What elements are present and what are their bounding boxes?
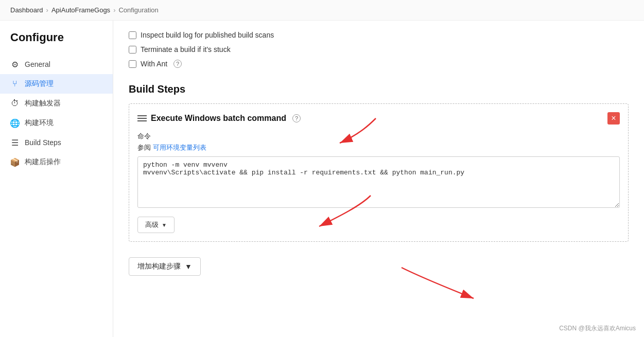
checkbox-inspect-log-label[interactable]: Inspect build log for published build sc… — [141, 31, 274, 39]
checkbox-terminate-stuck-input[interactable] — [129, 46, 136, 54]
advanced-button[interactable]: 高级 ▼ — [137, 217, 175, 233]
sidebar: Configure ⚙ General ⑂ 源码管理 ⏱ 构建触发器 🌐 构建环… — [0, 21, 113, 337]
checkbox-with-ant: With Ant ? — [129, 60, 629, 68]
build-steps-title: Build Steps — [129, 83, 629, 95]
add-step-label: 增加构建步骤 — [137, 262, 181, 271]
sidebar-label-triggers: 构建触发器 — [25, 99, 61, 108]
sidebar-item-source[interactable]: ⑂ 源码管理 — [0, 74, 113, 94]
breadcrumb-sep-1: › — [46, 6, 48, 14]
step-close-button[interactable]: × — [607, 112, 620, 125]
breadcrumb-sep-2: › — [113, 6, 115, 14]
breadcrumb-dashboard[interactable]: Dashboard — [10, 6, 43, 14]
checkbox-with-ant-label[interactable]: With Ant — [141, 60, 167, 68]
box-icon: 📦 — [10, 157, 20, 167]
globe-icon: 🌐 — [10, 118, 20, 128]
sidebar-item-env[interactable]: 🌐 构建环境 — [0, 113, 113, 133]
checkbox-inspect-log: Inspect build log for published build sc… — [129, 31, 629, 39]
watermark: CSDN @我永远喜欢Amicus — [559, 324, 636, 333]
checkbox-terminate-stuck: Terminate a build if it's stuck — [129, 45, 629, 54]
breadcrumb-current: Configuration — [118, 6, 158, 14]
sidebar-label-postbuild: 构建后操作 — [25, 157, 61, 167]
env-vars-text: 参阅 可用环境变量列表 — [137, 143, 620, 152]
checkbox-terminate-stuck-label[interactable]: Terminate a build if it's stuck — [141, 45, 231, 54]
sidebar-item-buildsteps[interactable]: ☰ Build Steps — [0, 133, 113, 152]
branch-icon: ⑂ — [10, 79, 20, 88]
add-build-step-button[interactable]: 增加构建步骤 ▼ — [129, 257, 201, 276]
list-icon: ☰ — [10, 138, 20, 147]
drag-handle-icon[interactable] — [137, 115, 147, 121]
sidebar-label-buildsteps: Build Steps — [25, 138, 61, 147]
timer-icon: ⏱ — [10, 99, 20, 108]
step-help-icon[interactable]: ? — [292, 114, 301, 122]
add-step-chevron-icon: ▼ — [185, 262, 192, 271]
step-card-header: Execute Windows batch command ? × — [137, 112, 620, 125]
checkbox-with-ant-input[interactable] — [129, 60, 136, 68]
step-card: Execute Windows batch command ? × 命令 参阅 … — [129, 103, 629, 242]
sidebar-item-triggers[interactable]: ⏱ 构建触发器 — [0, 94, 113, 113]
breadcrumb-project[interactable]: ApiAutoFrameGogs — [51, 6, 110, 14]
command-textarea[interactable] — [137, 156, 620, 208]
advanced-label: 高级 — [145, 220, 159, 229]
command-label: 命令 — [137, 132, 620, 141]
checkbox-inspect-log-input[interactable] — [129, 31, 136, 39]
chevron-down-icon: ▼ — [162, 222, 167, 228]
gear-icon: ⚙ — [10, 60, 20, 69]
sidebar-label-general: General — [25, 60, 50, 68]
with-ant-help-icon[interactable]: ? — [173, 60, 182, 68]
sidebar-label-env: 构建环境 — [25, 118, 54, 128]
checkbox-group: Inspect build log for published build sc… — [129, 31, 629, 68]
sidebar-title: Configure — [0, 31, 113, 55]
env-vars-link[interactable]: 可用环境变量列表 — [153, 144, 206, 151]
step-card-title: Execute Windows batch command — [151, 114, 286, 123]
sidebar-label-source: 源码管理 — [25, 79, 54, 88]
sidebar-item-general[interactable]: ⚙ General — [0, 55, 113, 74]
step-title-row: Execute Windows batch command ? — [137, 114, 301, 123]
env-refer-text: 参阅 — [137, 144, 151, 151]
sidebar-item-postbuild[interactable]: 📦 构建后操作 — [0, 152, 113, 172]
content-area: Inspect build log for published build sc… — [113, 21, 644, 337]
breadcrumb: Dashboard › ApiAutoFrameGogs › Configura… — [0, 0, 644, 21]
